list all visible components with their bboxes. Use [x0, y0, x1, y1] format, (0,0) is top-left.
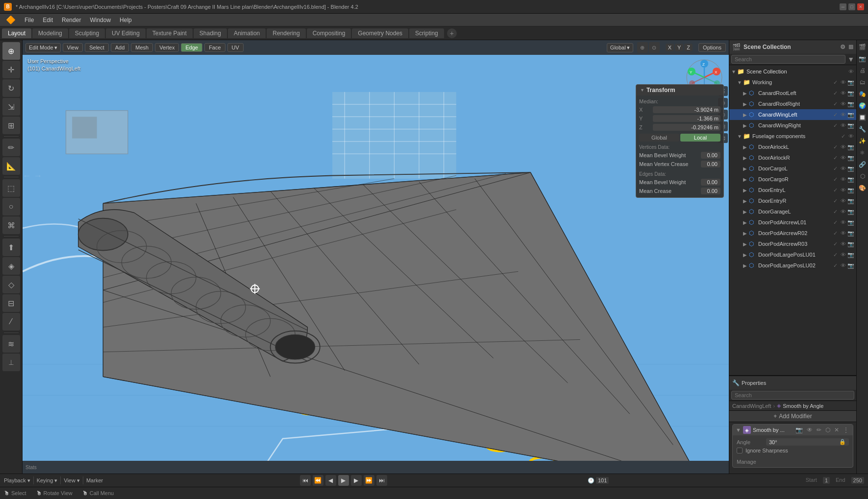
door-pod-aircrew-r03-item[interactable]: ▶ ⬡ DoorPodAircrewR03 ✓👁📷 [729, 238, 856, 249]
fc-eye-btn[interactable]: 👁 [847, 133, 854, 140]
canard-wing-left-item[interactable]: ▶ ⬡ CanardWingLeft ✓ 👁 📷 [729, 109, 856, 120]
angle-value[interactable]: 30° 🔒 [766, 438, 849, 446]
mean-bevel-weight-vertices-value[interactable]: 0.00 [701, 152, 720, 159]
modifier-render-btn[interactable]: ⬡ [824, 427, 831, 433]
inset-tool[interactable]: ◈ [2, 257, 20, 275]
local-button[interactable]: Local [680, 134, 720, 142]
start-frame-value[interactable]: 1 [823, 477, 830, 484]
tab-layout[interactable]: Layout [2, 28, 31, 38]
minimize-button[interactable]: ─ [840, 3, 846, 10]
render-menu-item[interactable]: Render [58, 16, 85, 24]
prev-keyframe-btn[interactable]: ⏪ [313, 475, 323, 486]
move-tool[interactable]: ✛ [2, 61, 20, 78]
marker-dropdown[interactable]: Marker [86, 477, 103, 483]
x-value[interactable]: -3.9024 m [653, 106, 720, 113]
add-workspace-button[interactable]: + [447, 28, 457, 38]
scene-collection-root[interactable]: ▼ 📁 Scene Collection 👁 [729, 66, 856, 77]
z-axis-btn[interactable]: Z [684, 44, 693, 51]
crr-eye-btn[interactable]: 👁 [840, 101, 846, 107]
play-btn[interactable]: ▶ [338, 475, 349, 486]
modifier-expand-btn[interactable]: ▼ [736, 427, 741, 433]
mesh-menu-btn[interactable]: Mesh [131, 43, 153, 52]
scene-options-icon[interactable]: ⚙ [840, 44, 845, 50]
transform-space-selector[interactable]: Global ▾ [607, 43, 633, 52]
add-modifier-button[interactable]: + Add Modifier [729, 411, 856, 422]
modifier-delete-btn[interactable]: ✕ [833, 427, 840, 433]
canard-root-left-item[interactable]: ▶ ⬡ CanardRootLeft ✓ 👁 📷 [729, 88, 856, 98]
mean-vertex-crease-value[interactable]: 0.00 [701, 161, 720, 167]
bevel-tool[interactable]: ◇ [2, 276, 20, 293]
door-garage-l-item[interactable]: ▶ ⬡ DoorGarageL ✓👁📷 [729, 206, 856, 217]
viewport-3d[interactable]: Edit Mode ▾ View Select Add Mesh Vertex … [23, 40, 729, 474]
door-cargo-r-item[interactable]: ▶ ⬡ DoorCargoR ✓👁📷 [729, 174, 856, 185]
fuselage-components-group[interactable]: ▼ 📁 Fuselage components ✓ 👁 [729, 131, 856, 142]
edit-menu-item[interactable]: Edit [39, 16, 57, 24]
canard-root-right-item[interactable]: ▶ ⬡ CanardRootRight ✓ 👁 📷 [729, 98, 856, 109]
door-cargo-l-item[interactable]: ▶ ⬡ DoorCargoL ✓👁📷 [729, 163, 856, 174]
knife-tool[interactable]: ∕ [2, 313, 20, 331]
modifier-eye-btn[interactable]: 👁 [806, 427, 814, 433]
particles-icon[interactable]: ✨ [858, 136, 868, 146]
scale-tool[interactable]: ⇲ [2, 98, 20, 116]
x-axis-btn[interactable]: X [666, 44, 674, 51]
door-pod-large-lu01-item[interactable]: ▶ ⬡ DoorPodLargePosLU01 ✓👁📷 [729, 249, 856, 260]
transform-tool[interactable]: ⊞ [2, 117, 20, 134]
tab-rendering[interactable]: Rendering [267, 28, 305, 38]
z-value[interactable]: -0.29246 m [653, 124, 720, 131]
cwr-cam-btn[interactable]: 📷 [847, 122, 854, 129]
loop-cut-tool[interactable]: ⊟ [2, 294, 20, 312]
prev-frame-btn[interactable]: ◀ [325, 475, 336, 486]
door-entry-r-item[interactable]: ▶ ⬡ DoorEntryR ✓👁📷 [729, 195, 856, 206]
close-button[interactable]: ✕ [857, 3, 864, 10]
rotate-tool[interactable]: ↻ [2, 79, 20, 97]
data-properties-icon[interactable]: ⬡ [858, 171, 868, 181]
scene-eye-btn[interactable]: 👁 [847, 69, 854, 74]
jump-end-btn[interactable]: ⏭ [376, 475, 387, 486]
ignore-sharpness-checkbox[interactable]: Ignore Sharpness [737, 448, 788, 453]
canard-wing-right-item[interactable]: ▶ ⬡ CanardWingRight ✓ 👁 📷 [729, 120, 856, 131]
crl-cam-btn[interactable]: 📷 [847, 90, 854, 96]
door-pod-aircrew-l01-item[interactable]: ▶ ⬡ DoorPodAircrewL01 ✓👁📷 [729, 217, 856, 228]
snap-magnet-icon[interactable]: ⊕ [637, 42, 648, 53]
add-menu-btn[interactable]: Add [111, 43, 129, 52]
next-frame-btn[interactable]: ▶ [351, 475, 362, 486]
select-box-tool[interactable]: ⬚ [2, 179, 20, 197]
scene-properties-icon[interactable]: 🎬 [858, 42, 868, 52]
keying-dropdown[interactable]: Keying ▾ [37, 477, 58, 484]
tab-animation[interactable]: Animation [228, 28, 266, 38]
annotate-tool[interactable]: ✏ [2, 139, 20, 156]
modifier-more-btn[interactable]: ⋮ [842, 427, 850, 433]
scene-filter-icon[interactable]: ⊞ [848, 44, 853, 50]
modifier-properties-icon[interactable]: 🔧 [858, 124, 868, 134]
manage-link[interactable]: Manage [737, 459, 756, 465]
tab-geometry-nodes[interactable]: Geometry Nodes [352, 28, 408, 38]
working-cam-btn[interactable]: 📷 [847, 79, 854, 86]
edge-menu-btn[interactable]: Edge [181, 43, 202, 52]
tab-texture-paint[interactable]: Texture Paint [147, 28, 193, 38]
cwl-vis-btn[interactable]: ✓ [832, 112, 839, 118]
cwl-eye-btn[interactable]: 👁 [840, 112, 846, 118]
shear-tool[interactable]: ⟂ [2, 354, 20, 371]
select-lasso-tool[interactable]: ⌘ [2, 216, 20, 234]
select-circle-tool[interactable]: ○ [2, 198, 20, 215]
uv-menu-btn[interactable]: UV [227, 43, 244, 52]
y-axis-btn[interactable]: Y [675, 44, 683, 51]
proportional-edit-icon[interactable]: ⊙ [649, 42, 660, 53]
tab-modeling[interactable]: Modeling [32, 28, 68, 38]
door-airlock-r-item[interactable]: ▶ ⬡ DoorAirlockR ✓👁📷 [729, 152, 856, 163]
extrude-tool[interactable]: ⬆ [2, 238, 20, 256]
crr-vis-btn[interactable]: ✓ [832, 101, 839, 107]
tab-sculpting[interactable]: Sculpting [69, 28, 105, 38]
crl-vis-btn[interactable]: ✓ [832, 90, 839, 96]
transform-panel-header[interactable]: ▼ Transform [636, 85, 723, 95]
cwl-cam-btn[interactable]: 📷 [847, 112, 854, 118]
working-eye-btn[interactable]: 👁 [840, 79, 846, 86]
scene-filter-button[interactable]: ▼ [847, 55, 854, 63]
cwr-eye-btn[interactable]: 👁 [840, 122, 846, 129]
cursor-tool[interactable]: ⊕ [2, 42, 20, 60]
constraints-icon[interactable]: 🔗 [858, 160, 868, 169]
modifier-search-input[interactable] [731, 391, 854, 400]
mode-selector[interactable]: Edit Mode ▾ [25, 43, 61, 52]
playback-dropdown[interactable]: Playback ▾ [4, 477, 30, 484]
measure-tool[interactable]: 📐 [2, 157, 20, 175]
